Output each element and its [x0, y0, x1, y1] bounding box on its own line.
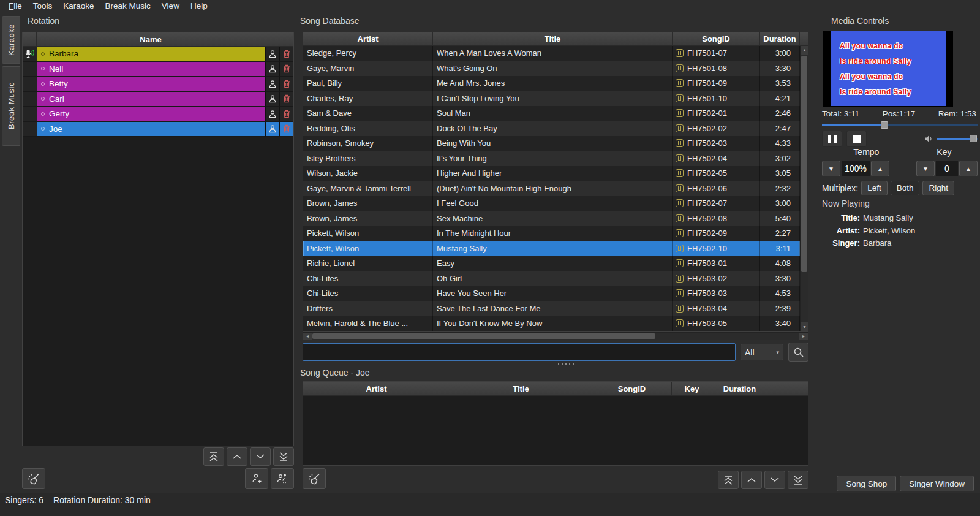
song-row[interactable]: Robinson, Smokey Being With You FH7502-0…: [303, 136, 800, 151]
singer-profile-button[interactable]: [265, 107, 279, 122]
volume-slider-handle[interactable]: [970, 135, 977, 142]
singer-delete-button[interactable]: [279, 107, 293, 122]
song-row[interactable]: Gaye, Marvin What's Going On FH7501-08 3…: [303, 61, 800, 76]
rotation-move-up-button[interactable]: [227, 447, 247, 466]
singer-name-cell[interactable]: Betty: [37, 77, 265, 92]
singer-delete-button[interactable]: [279, 47, 293, 62]
song-row[interactable]: Sam & Dave Soul Man FH7502-01 2:46: [303, 106, 800, 121]
seek-slider[interactable]: [822, 121, 978, 129]
singer-profile-button[interactable]: [265, 62, 279, 77]
scroll-right-icon[interactable]: ▸: [799, 333, 808, 340]
song-row[interactable]: Sledge, Percy When A Man Loves A Woman F…: [303, 46, 800, 61]
singer-name-cell[interactable]: Joe: [37, 122, 265, 137]
menu-item[interactable]: Break Music: [100, 1, 156, 12]
scroll-up-icon[interactable]: ▴: [801, 46, 809, 55]
queue-move-to-bottom-button[interactable]: [788, 471, 809, 489]
key-increase-button[interactable]: ▲: [959, 161, 978, 176]
song-row[interactable]: Charles, Ray I Can't Stop Loving You FH7…: [303, 91, 800, 106]
rotation-name-column-header[interactable]: Name: [37, 32, 265, 46]
seek-slider-handle[interactable]: [881, 121, 888, 129]
column-header-songid[interactable]: SongID: [673, 32, 760, 45]
rotation-move-down-button[interactable]: [250, 447, 271, 466]
horizontal-scroll-thumb[interactable]: [312, 333, 655, 339]
rotation-delete-column-header[interactable]: [279, 32, 293, 46]
scroll-left-icon[interactable]: ◂: [303, 333, 312, 340]
rotation-singer-row[interactable]: Joe: [23, 122, 293, 137]
rotation-move-to-bottom-button[interactable]: [273, 447, 294, 466]
singer-delete-button[interactable]: [279, 77, 293, 92]
queue-move-up-button[interactable]: [741, 471, 762, 489]
singer-name-cell[interactable]: Barbara: [37, 47, 265, 62]
menu-item[interactable]: View: [156, 1, 185, 12]
menu-item[interactable]: File: [3, 1, 28, 12]
stop-button[interactable]: [846, 131, 867, 147]
rotation-singer-row[interactable]: Carl: [23, 92, 293, 107]
singer-name-cell[interactable]: Carl: [37, 92, 265, 107]
queue-column-title[interactable]: Title: [450, 382, 592, 395]
singer-delete-button[interactable]: [279, 92, 293, 107]
song-row[interactable]: Chi-Lites Oh Girl FH7503-02 3:30: [303, 271, 800, 286]
singer-delete-button[interactable]: [279, 122, 293, 137]
song-row[interactable]: Brown, James I Feel Good FH7502-07 3:00: [303, 196, 800, 211]
add-singer-button[interactable]: [245, 468, 268, 489]
song-row[interactable]: Richie, Lionel Easy FH7503-01 4:08: [303, 256, 800, 271]
song-row[interactable]: Gaye, Marvin & Tammi Terrell (Duet) Ain'…: [303, 181, 800, 196]
column-header-duration[interactable]: Duration: [760, 32, 800, 45]
column-header-title[interactable]: Title: [433, 32, 673, 45]
song-row[interactable]: Melvin, Harold & The Blue ... If You Don…: [303, 316, 800, 332]
queue-column-duration[interactable]: Duration: [712, 382, 767, 395]
singer-delete-button[interactable]: [279, 62, 293, 77]
rotation-singer-row[interactable]: Betty: [23, 77, 293, 92]
column-header-artist[interactable]: Artist: [303, 32, 433, 45]
tab-karaoke[interactable]: Karaoke: [2, 16, 20, 64]
song-row[interactable]: Redding, Otis Dock Of The Bay FH7502-02 …: [303, 121, 800, 136]
menu-item[interactable]: Tools: [28, 1, 58, 12]
tempo-decrease-button[interactable]: ▼: [822, 161, 840, 176]
search-button[interactable]: [788, 343, 809, 362]
menu-item[interactable]: Karaoke: [58, 1, 99, 12]
queue-move-to-top-button[interactable]: [718, 471, 739, 489]
key-decrease-button[interactable]: ▼: [916, 161, 935, 176]
rotation-mic-column-header[interactable]: [23, 32, 37, 46]
panel-splitter-handle[interactable]: [558, 363, 576, 365]
song-row[interactable]: Wilson, Jackie Higher And Higher FH7502-…: [303, 166, 800, 181]
multiplex-option-button[interactable]: Right: [922, 181, 954, 195]
singer-name-cell[interactable]: Gerty: [37, 107, 265, 122]
multiplex-option-button[interactable]: Both: [891, 181, 920, 195]
song-row[interactable]: Isley Brothers It's Your Thing FH7502-04…: [303, 151, 800, 166]
singer-name-cell[interactable]: Neil: [37, 62, 265, 77]
rotation-singer-row[interactable]: Barbara: [23, 47, 293, 62]
song-row[interactable]: Brown, James Sex Machine FH7502-08 5:40: [303, 211, 800, 226]
queue-column-songid[interactable]: SongID: [592, 382, 672, 395]
singer-profile-button[interactable]: [265, 92, 279, 107]
scroll-down-icon[interactable]: ▾: [801, 322, 809, 331]
song-row[interactable]: Paul, Billy Me And Mrs. Jones FH7501-09 …: [303, 76, 800, 91]
search-filter-dropdown[interactable]: All ▾: [741, 344, 783, 360]
singer-profile-button[interactable]: [265, 47, 279, 62]
rotation-profile-column-header[interactable]: [265, 32, 279, 46]
pause-button[interactable]: [822, 131, 842, 147]
vertical-scroll-thumb[interactable]: [801, 56, 807, 273]
song-row[interactable]: Pickett, Wilson Mustang Sally FH7502-10 …: [303, 241, 800, 256]
search-input[interactable]: [303, 343, 736, 361]
clear-queue-button[interactable]: [303, 468, 326, 489]
rotation-singer-row[interactable]: Gerty: [23, 107, 293, 122]
volume-slider[interactable]: [937, 135, 978, 142]
song-shop-button[interactable]: Song Shop: [837, 476, 896, 491]
song-table-horizontal-scrollbar[interactable]: ◂ ▸: [303, 332, 809, 340]
singer-profile-button[interactable]: [265, 77, 279, 92]
song-row[interactable]: Chi-Lites Have You Seen Her FH7503-03 4:…: [303, 286, 800, 302]
regular-singers-button[interactable]: [271, 468, 294, 489]
song-table-vertical-scrollbar[interactable]: ▴ ▾: [800, 46, 808, 332]
song-row[interactable]: Pickett, Wilson In The Midnight Hour FH7…: [303, 226, 800, 241]
singer-window-button[interactable]: Singer Window: [900, 476, 974, 491]
tab-break-music[interactable]: Break Music: [2, 66, 20, 146]
song-row[interactable]: Drifters Save The Last Dance For Me FH75…: [303, 301, 800, 316]
queue-move-down-button[interactable]: [764, 471, 785, 489]
clear-rotation-button[interactable]: [22, 468, 45, 489]
multiplex-option-button[interactable]: Left: [861, 181, 888, 195]
tempo-increase-button[interactable]: ▲: [871, 161, 889, 176]
queue-column-key[interactable]: Key: [672, 382, 712, 395]
rotation-singer-row[interactable]: Neil: [23, 62, 293, 77]
singer-profile-button[interactable]: [265, 122, 279, 137]
